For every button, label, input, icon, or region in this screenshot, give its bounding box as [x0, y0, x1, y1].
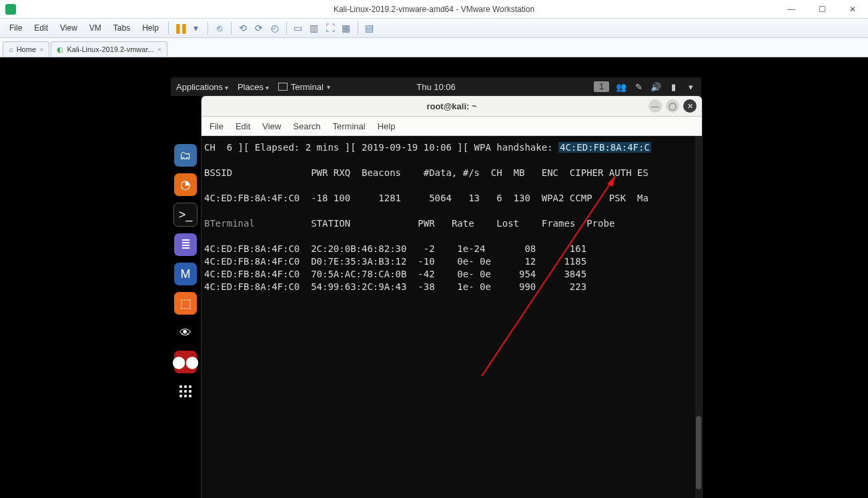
- system-dropdown-icon[interactable]: ▾: [685, 81, 696, 92]
- snapshot-take-icon[interactable]: ⟲: [237, 22, 249, 34]
- station-header-rest: STATION PWR Rate Lost Frames Probe: [255, 218, 614, 229]
- maximize-button[interactable]: ☐: [807, 0, 837, 18]
- snapshot-revert-icon[interactable]: ⟳: [253, 22, 265, 34]
- station-row: 4C:ED:FB:8A:4F:C0 70:5A:AC:78:CA:0B -42 …: [204, 269, 586, 279]
- handshake-highlight: 4C:ED:FB:8A:4F:C: [558, 142, 651, 153]
- places-menu[interactable]: Places: [238, 82, 269, 92]
- terminal-scrollbar[interactable]: [695, 136, 702, 498]
- terminal-app-icon: [278, 83, 288, 91]
- station-row: 4C:ED:FB:8A:4F:C0 D0:7E:35:3A:B3:12 -10 …: [204, 256, 586, 267]
- menu-view[interactable]: View: [55, 21, 83, 35]
- tab-kali-close-icon[interactable]: ×: [157, 45, 161, 53]
- guest-display[interactable]: Applications Places Terminal Thu 10:06 1…: [0, 57, 868, 498]
- pause-vm-icon[interactable]: ❚❚: [174, 22, 186, 34]
- unity-icon[interactable]: ▥: [308, 22, 320, 34]
- users-icon[interactable]: 👥: [616, 81, 626, 92]
- record-icon[interactable]: ✎: [633, 81, 644, 92]
- menu-file[interactable]: File: [4, 21, 27, 35]
- snapshot-icon[interactable]: ⎋: [213, 22, 226, 34]
- ap-header: BSSID PWR RXQ Beacons #Data, #/s CH MB E…: [204, 167, 648, 178]
- vmware-tabstrip: ⌂ Home × ◐ Kali-Linux-2019.2-vmwar... ×: [0, 38, 868, 57]
- terminal-title: root@kali: ~: [426, 101, 476, 111]
- multimonitor-icon[interactable]: ▦: [340, 22, 352, 34]
- terminal-maximize-button[interactable]: ◯: [666, 99, 679, 113]
- active-app-label: Terminal: [291, 82, 324, 92]
- home-icon: ⌂: [9, 45, 13, 53]
- gnome-topbar: Applications Places Terminal Thu 10:06 1…: [171, 77, 701, 96]
- tab-kali[interactable]: ◐ Kali-Linux-2019.2-vmwar... ×: [51, 41, 167, 57]
- library-icon[interactable]: ▤: [364, 22, 376, 34]
- terminal-window: root@kali: ~ — ◯ ✕ File Edit View Search…: [201, 96, 702, 498]
- ap-row: 4C:ED:FB:8A:4F:C0 -18 100 1281 5064 13 6…: [204, 193, 648, 203]
- burp-icon[interactable]: ⬚: [174, 292, 197, 315]
- active-app-indicator[interactable]: Terminal: [278, 82, 330, 92]
- workspace-indicator[interactable]: 1: [594, 81, 609, 92]
- toolbar-dropdown-icon[interactable]: ▾: [190, 22, 202, 34]
- kali-icon: ◐: [57, 45, 63, 54]
- term-menu-search[interactable]: Search: [293, 121, 320, 131]
- files-icon[interactable]: 🗂: [174, 144, 197, 167]
- vmware-titlebar: Kali-Linux-2019.2-vmware-amd64 - VMware …: [0, 0, 868, 19]
- tab-home-close-icon[interactable]: ×: [39, 45, 43, 53]
- vmware-app-icon: [5, 4, 16, 15]
- term-menu-view[interactable]: View: [262, 121, 281, 131]
- term-menu-edit[interactable]: Edit: [236, 121, 250, 131]
- terminal-menubar: File Edit View Search Terminal Help: [201, 117, 702, 136]
- terminal-minimize-button[interactable]: —: [648, 99, 662, 113]
- zenmap-icon[interactable]: 👁: [174, 321, 197, 344]
- vmware-window-title: Kali-Linux-2019.2-vmware-amd64 - VMware …: [334, 5, 534, 14]
- clock[interactable]: Thu 10:06: [416, 82, 456, 92]
- text-editor-icon[interactable]: ≣: [174, 233, 197, 256]
- show-apps-icon[interactable]: [174, 380, 197, 403]
- gnome-dock: 🗂 ◔ >_ ≣ M ⬚ 👁 ⬤⬤: [171, 144, 200, 403]
- terminal-titlebar[interactable]: root@kali: ~ — ◯ ✕: [201, 96, 702, 117]
- station-header-terminal: Terminal: [209, 218, 254, 229]
- menu-vm[interactable]: VM: [84, 21, 107, 35]
- tab-home[interactable]: ⌂ Home ×: [3, 41, 49, 57]
- scrollbar-thumb[interactable]: [696, 416, 701, 489]
- term-menu-terminal[interactable]: Terminal: [333, 121, 366, 131]
- vmware-menubar: File Edit View VM Tabs Help ❚❚ ▾ ⎋ ⟲ ⟳ ◴…: [0, 19, 868, 38]
- tab-home-label: Home: [17, 45, 36, 53]
- kali-desktop: Applications Places Terminal Thu 10:06 1…: [171, 77, 701, 96]
- battery-icon[interactable]: ▮: [668, 81, 679, 92]
- minimize-button[interactable]: —: [776, 0, 807, 18]
- fullscreen-icon[interactable]: ▭: [292, 22, 304, 34]
- snapshot-manage-icon[interactable]: ◴: [269, 22, 281, 34]
- station-row: 4C:ED:FB:8A:4F:C0 54:99:63:2C:9A:43 -38 …: [204, 281, 586, 292]
- term-menu-help[interactable]: Help: [378, 121, 396, 131]
- term-menu-file[interactable]: File: [209, 121, 224, 131]
- terminal-close-button[interactable]: ✕: [683, 99, 697, 113]
- menu-tabs[interactable]: Tabs: [108, 21, 135, 35]
- tab-kali-label: Kali-Linux-2019.2-vmwar...: [67, 45, 153, 53]
- terminal-icon[interactable]: >_: [173, 203, 197, 227]
- volume-icon[interactable]: 🔊: [650, 81, 661, 92]
- metasploit-icon[interactable]: M: [174, 263, 197, 285]
- status-line: CH 6 ][ Elapsed: 2 mins ][ 2019-09-19 10…: [204, 142, 558, 153]
- close-button[interactable]: ✕: [837, 0, 868, 18]
- station-row: 4C:ED:FB:8A:4F:C0 2C:20:0B:46:82:30 -2 1…: [204, 243, 586, 254]
- terminal-output[interactable]: CH 6 ][ Elapsed: 2 mins ][ 2019-09-19 10…: [201, 136, 702, 498]
- menu-edit[interactable]: Edit: [29, 21, 53, 35]
- stretch-icon[interactable]: ⛶: [324, 22, 336, 34]
- cherrytree-icon[interactable]: ⬤⬤: [174, 351, 197, 373]
- firefox-icon[interactable]: ◔: [174, 173, 197, 196]
- menu-help[interactable]: Help: [137, 21, 164, 35]
- applications-menu[interactable]: Applications: [176, 82, 228, 92]
